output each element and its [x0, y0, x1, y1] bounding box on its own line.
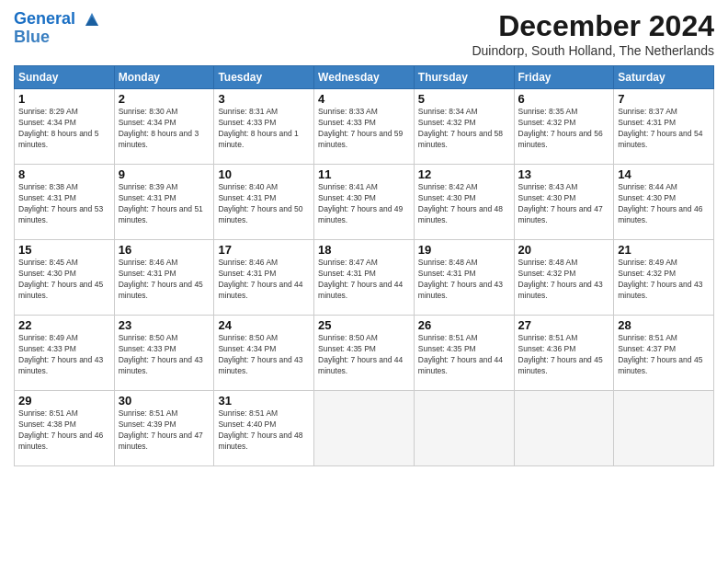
day-number: 20	[518, 243, 610, 257]
week-row-5: 29 Sunrise: 8:51 AMSunset: 4:38 PMDaylig…	[15, 391, 714, 466]
day-number: 12	[418, 167, 510, 181]
day-detail: Sunrise: 8:42 AMSunset: 4:30 PMDaylight:…	[418, 182, 510, 226]
calendar-cell: 24 Sunrise: 8:50 AMSunset: 4:34 PMDaylig…	[214, 316, 314, 391]
day-number: 8	[18, 167, 110, 181]
day-detail: Sunrise: 8:38 AMSunset: 4:31 PMDaylight:…	[18, 182, 110, 226]
logo-line2: Blue	[14, 28, 102, 47]
calendar-cell: 22 Sunrise: 8:49 AMSunset: 4:33 PMDaylig…	[15, 316, 115, 391]
col-header-monday: Monday	[114, 66, 214, 89]
calendar-cell: 23 Sunrise: 8:50 AMSunset: 4:33 PMDaylig…	[114, 316, 214, 391]
calendar-cell: 7 Sunrise: 8:37 AMSunset: 4:31 PMDayligh…	[614, 89, 714, 165]
calendar-cell: 28 Sunrise: 8:51 AMSunset: 4:37 PMDaylig…	[614, 316, 714, 391]
day-detail: Sunrise: 8:47 AMSunset: 4:31 PMDaylight:…	[318, 258, 410, 302]
calendar-table: SundayMondayTuesdayWednesdayThursdayFrid…	[14, 65, 714, 466]
col-header-wednesday: Wednesday	[314, 66, 415, 89]
day-number: 16	[119, 243, 210, 257]
page: General Blue December 2024 Duindorp, Sou…	[0, 0, 728, 563]
title-block: December 2024 Duindorp, South Holland, T…	[472, 9, 714, 58]
col-header-saturday: Saturday	[614, 66, 714, 89]
day-detail: Sunrise: 8:39 AMSunset: 4:31 PMDaylight:…	[119, 182, 210, 226]
day-number: 11	[318, 167, 410, 181]
col-header-tuesday: Tuesday	[214, 66, 314, 89]
day-detail: Sunrise: 8:46 AMSunset: 4:31 PMDaylight:…	[119, 258, 210, 302]
logo: General Blue	[14, 9, 102, 47]
calendar-cell: 15 Sunrise: 8:45 AMSunset: 4:30 PMDaylig…	[15, 240, 115, 316]
day-detail: Sunrise: 8:50 AMSunset: 4:34 PMDaylight:…	[218, 333, 310, 377]
day-number: 26	[418, 318, 510, 332]
calendar-cell: 13 Sunrise: 8:43 AMSunset: 4:30 PMDaylig…	[514, 165, 614, 240]
day-detail: Sunrise: 8:51 AMSunset: 4:35 PMDaylight:…	[418, 333, 510, 377]
day-number: 25	[318, 318, 410, 332]
day-number: 6	[518, 92, 610, 106]
month-title: December 2024	[472, 9, 714, 43]
calendar-cell: 27 Sunrise: 8:51 AMSunset: 4:36 PMDaylig…	[514, 316, 614, 391]
day-number: 3	[218, 92, 310, 106]
calendar-cell: 11 Sunrise: 8:41 AMSunset: 4:30 PMDaylig…	[314, 165, 415, 240]
week-row-2: 8 Sunrise: 8:38 AMSunset: 4:31 PMDayligh…	[15, 165, 714, 240]
calendar-cell	[314, 391, 415, 466]
day-detail: Sunrise: 8:49 AMSunset: 4:32 PMDaylight:…	[618, 258, 710, 302]
day-detail: Sunrise: 8:44 AMSunset: 4:30 PMDaylight:…	[618, 182, 710, 226]
week-row-1: 1 Sunrise: 8:29 AMSunset: 4:34 PMDayligh…	[15, 89, 714, 165]
calendar-cell	[614, 391, 714, 466]
calendar-cell: 29 Sunrise: 8:51 AMSunset: 4:38 PMDaylig…	[15, 391, 115, 466]
day-detail: Sunrise: 8:51 AMSunset: 4:39 PMDaylight:…	[119, 408, 210, 453]
day-detail: Sunrise: 8:48 AMSunset: 4:31 PMDaylight:…	[418, 258, 510, 302]
calendar-cell: 18 Sunrise: 8:47 AMSunset: 4:31 PMDaylig…	[314, 240, 415, 316]
day-detail: Sunrise: 8:37 AMSunset: 4:31 PMDaylight:…	[618, 107, 710, 151]
day-number: 7	[618, 92, 710, 106]
location: Duindorp, South Holland, The Netherlands	[472, 43, 714, 58]
day-number: 29	[18, 394, 110, 408]
week-row-4: 22 Sunrise: 8:49 AMSunset: 4:33 PMDaylig…	[15, 316, 714, 391]
day-number: 27	[518, 318, 610, 332]
day-number: 17	[218, 243, 310, 257]
day-number: 13	[518, 167, 610, 181]
col-header-thursday: Thursday	[414, 66, 514, 89]
calendar-cell: 1 Sunrise: 8:29 AMSunset: 4:34 PMDayligh…	[15, 89, 115, 165]
day-number: 23	[119, 318, 210, 332]
calendar-cell: 17 Sunrise: 8:46 AMSunset: 4:31 PMDaylig…	[214, 240, 314, 316]
day-detail: Sunrise: 8:29 AMSunset: 4:34 PMDaylight:…	[18, 107, 110, 151]
header: General Blue December 2024 Duindorp, Sou…	[14, 9, 714, 58]
day-detail: Sunrise: 8:34 AMSunset: 4:32 PMDaylight:…	[418, 107, 510, 151]
calendar-cell: 12 Sunrise: 8:42 AMSunset: 4:30 PMDaylig…	[414, 165, 514, 240]
day-number: 10	[218, 167, 310, 181]
calendar-cell: 31 Sunrise: 8:51 AMSunset: 4:40 PMDaylig…	[214, 391, 314, 466]
day-detail: Sunrise: 8:43 AMSunset: 4:30 PMDaylight:…	[518, 182, 610, 226]
calendar-cell: 21 Sunrise: 8:49 AMSunset: 4:32 PMDaylig…	[614, 240, 714, 316]
day-number: 30	[119, 394, 210, 408]
calendar-cell: 19 Sunrise: 8:48 AMSunset: 4:31 PMDaylig…	[414, 240, 514, 316]
logo-text: General	[14, 9, 102, 29]
day-detail: Sunrise: 8:51 AMSunset: 4:40 PMDaylight:…	[218, 408, 310, 453]
calendar-cell: 4 Sunrise: 8:33 AMSunset: 4:33 PMDayligh…	[314, 89, 415, 165]
day-detail: Sunrise: 8:46 AMSunset: 4:31 PMDaylight:…	[218, 258, 310, 302]
day-number: 15	[18, 243, 110, 257]
calendar-cell: 20 Sunrise: 8:48 AMSunset: 4:32 PMDaylig…	[514, 240, 614, 316]
day-number: 22	[18, 318, 110, 332]
calendar-cell: 6 Sunrise: 8:35 AMSunset: 4:32 PMDayligh…	[514, 89, 614, 165]
day-detail: Sunrise: 8:51 AMSunset: 4:36 PMDaylight:…	[518, 333, 610, 377]
day-detail: Sunrise: 8:31 AMSunset: 4:33 PMDaylight:…	[218, 107, 310, 151]
day-number: 1	[18, 92, 110, 106]
calendar-cell: 14 Sunrise: 8:44 AMSunset: 4:30 PMDaylig…	[614, 165, 714, 240]
calendar-cell: 16 Sunrise: 8:46 AMSunset: 4:31 PMDaylig…	[114, 240, 214, 316]
day-detail: Sunrise: 8:45 AMSunset: 4:30 PMDaylight:…	[18, 258, 110, 302]
day-detail: Sunrise: 8:40 AMSunset: 4:31 PMDaylight:…	[218, 182, 310, 226]
calendar-cell: 8 Sunrise: 8:38 AMSunset: 4:31 PMDayligh…	[15, 165, 115, 240]
calendar-cell	[514, 391, 614, 466]
calendar-cell: 30 Sunrise: 8:51 AMSunset: 4:39 PMDaylig…	[114, 391, 214, 466]
day-number: 24	[218, 318, 310, 332]
svg-marker-1	[85, 17, 98, 26]
day-detail: Sunrise: 8:30 AMSunset: 4:34 PMDaylight:…	[119, 107, 210, 151]
day-number: 19	[418, 243, 510, 257]
day-number: 4	[318, 92, 410, 106]
day-detail: Sunrise: 8:35 AMSunset: 4:32 PMDaylight:…	[518, 107, 610, 151]
calendar-cell	[414, 391, 514, 466]
calendar-cell: 10 Sunrise: 8:40 AMSunset: 4:31 PMDaylig…	[214, 165, 314, 240]
day-detail: Sunrise: 8:33 AMSunset: 4:33 PMDaylight:…	[318, 107, 410, 151]
day-number: 31	[218, 394, 310, 408]
calendar-cell: 2 Sunrise: 8:30 AMSunset: 4:34 PMDayligh…	[114, 89, 214, 165]
calendar-cell: 5 Sunrise: 8:34 AMSunset: 4:32 PMDayligh…	[414, 89, 514, 165]
calendar-cell: 3 Sunrise: 8:31 AMSunset: 4:33 PMDayligh…	[214, 89, 314, 165]
col-header-sunday: Sunday	[15, 66, 115, 89]
